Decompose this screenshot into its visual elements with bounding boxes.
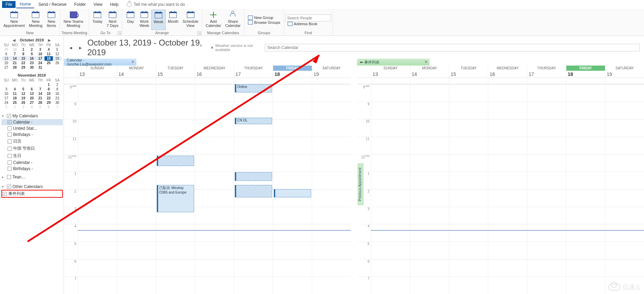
checkbox-icon[interactable]: [8, 154, 12, 158]
prev-month-icon[interactable]: ◀: [11, 38, 17, 42]
mini-cal-day[interactable]: 5: [36, 105, 45, 109]
mini-cal-day[interactable]: 21: [11, 61, 19, 65]
calendar-tree-item[interactable]: 生日: [1, 152, 63, 159]
mini-cal-day[interactable]: [53, 65, 61, 70]
mini-cal-day[interactable]: 27: [28, 100, 36, 105]
allday-cell[interactable]: [195, 78, 234, 84]
mini-cal-day[interactable]: 1: [2, 105, 11, 109]
mini-cal-day[interactable]: 7: [11, 52, 19, 56]
grid-column[interactable]: [195, 84, 234, 294]
calendar-event[interactable]: 已取消: Mindray O365 and Europe: [157, 185, 194, 212]
calendar-tree-item[interactable]: Calendar -: [1, 119, 63, 125]
day-column-header[interactable]: SUNDAY13: [371, 66, 410, 78]
checkbox-icon[interactable]: [7, 114, 11, 118]
checkbox-icon[interactable]: [8, 160, 12, 165]
checkbox-icon[interactable]: [8, 126, 12, 130]
tab-calendar-left[interactable]: Calendar - Junzhe.Liu@avepoint.com✕: [64, 59, 136, 66]
allday-cell[interactable]: [449, 78, 488, 84]
day-column-header[interactable]: TUESDAY15: [156, 66, 195, 78]
grid-column[interactable]: OnlineCN DL: [234, 84, 273, 294]
day-column-header[interactable]: THURSDAY17: [234, 66, 273, 78]
mini-cal-day[interactable]: 16: [53, 91, 61, 96]
allday-cell[interactable]: [488, 78, 527, 84]
mini-cal-day[interactable]: 16: [28, 56, 36, 61]
mini-cal-day[interactable]: 6: [28, 87, 36, 91]
day-column-header[interactable]: SUNDAY13: [78, 66, 117, 78]
allday-cell[interactable]: [234, 78, 273, 84]
menu-help[interactable]: Help: [107, 1, 122, 8]
grid-column[interactable]: 已取消: Mindray O365 and Europe: [156, 84, 195, 294]
allday-cell[interactable]: [566, 78, 605, 84]
allday-cell[interactable]: [371, 78, 410, 84]
schedule-view-button[interactable]: Schedule View: [181, 10, 201, 30]
mini-cal-day[interactable]: 4: [45, 47, 53, 52]
mini-cal-day[interactable]: 14: [11, 56, 19, 61]
mini-cal-day[interactable]: [19, 82, 28, 87]
new-group-button[interactable]: New Group: [246, 15, 282, 20]
calendar-tree-item[interactable]: 中国 节假日: [1, 145, 63, 152]
next-7-days-button[interactable]: Next 7 Days: [105, 10, 121, 30]
month-view-button[interactable]: Month: [166, 10, 181, 30]
mini-cal-day[interactable]: 28: [36, 100, 45, 105]
mini-cal-day[interactable]: 24: [2, 100, 11, 105]
grid-column[interactable]: [371, 84, 410, 294]
calendar-event[interactable]: [235, 185, 272, 197]
allday-cell[interactable]: [312, 78, 351, 84]
mini-cal-day[interactable]: 18: [45, 56, 53, 61]
mini-cal-day[interactable]: 3: [19, 105, 28, 109]
today-button[interactable]: Today: [90, 10, 105, 30]
calendar-event[interactable]: [235, 172, 272, 180]
mini-cal-day[interactable]: 17: [2, 96, 11, 100]
mini-cal-day[interactable]: 14: [36, 91, 45, 96]
mini-cal-day[interactable]: 29: [45, 100, 53, 105]
day-column-header[interactable]: WEDNESDAY16: [195, 66, 234, 78]
mini-cal-day[interactable]: 7: [36, 87, 45, 91]
calendar-event[interactable]: CN DL: [235, 118, 272, 124]
mini-cal-day[interactable]: 11: [11, 91, 19, 96]
search-calendar-input[interactable]: [265, 44, 640, 51]
mini-cal-day[interactable]: 28: [11, 65, 19, 70]
mini-cal-day[interactable]: 29: [19, 65, 28, 70]
mini-cal-day[interactable]: 3: [2, 87, 11, 91]
mini-cal-day[interactable]: 9: [53, 87, 61, 91]
grid-column[interactable]: [78, 84, 117, 294]
browse-groups-button[interactable]: Browse Groups: [246, 20, 282, 25]
close-icon[interactable]: ✕: [424, 60, 427, 64]
mini-cal-day[interactable]: 9: [28, 52, 36, 56]
allday-cell[interactable]: [156, 78, 195, 84]
mini-cal-day[interactable]: 8: [19, 52, 28, 56]
new-appointment-button[interactable]: New Appointment: [1, 10, 27, 30]
other-calendars-node[interactable]: ▾Other Calendars: [1, 184, 63, 190]
mini-cal-day[interactable]: 2: [28, 47, 36, 52]
mini-cal-day[interactable]: 21: [36, 96, 45, 100]
day-column-header[interactable]: MONDAY14: [410, 66, 449, 78]
calendar-event[interactable]: [274, 189, 311, 197]
mini-cal-day[interactable]: 19: [19, 96, 28, 100]
menu-home[interactable]: Home: [16, 1, 34, 8]
mini-cal-day[interactable]: 17: [36, 56, 45, 61]
mini-cal-day[interactable]: 22: [19, 61, 28, 65]
mini-cal-day[interactable]: 5: [19, 87, 28, 91]
add-calendar-button[interactable]: Add Calendar: [203, 10, 223, 30]
allday-cell[interactable]: [78, 78, 117, 84]
mini-cal-day[interactable]: 26: [19, 100, 28, 105]
next-week-icon[interactable]: ▶: [78, 45, 83, 50]
mini-cal-day[interactable]: 31: [36, 65, 45, 70]
mini-cal-day[interactable]: 2: [53, 82, 61, 87]
mini-cal-day[interactable]: 24: [36, 61, 45, 65]
grid-column[interactable]: [117, 84, 156, 294]
menu-view[interactable]: View: [90, 1, 106, 8]
day-column-header[interactable]: FRIDAY18: [566, 66, 605, 78]
mini-cal-day[interactable]: 25: [11, 100, 19, 105]
mini-cal-day[interactable]: 7: [53, 105, 61, 109]
calendar-tree-item[interactable]: 日历: [1, 138, 63, 145]
calendar-tree-item[interactable]: Calendar -: [1, 159, 63, 166]
grid-column[interactable]: [488, 84, 527, 294]
back-arrow-icon[interactable]: ⬅: [360, 60, 363, 65]
menu-folder[interactable]: Folder: [71, 1, 89, 8]
mini-cal-day[interactable]: 22: [45, 96, 53, 100]
arrange-expand-icon[interactable]: ↘: [198, 31, 201, 35]
calendar-tree-item[interactable]: Birthdays -: [1, 166, 63, 172]
mini-cal-day[interactable]: 23: [53, 96, 61, 100]
week-view-button[interactable]: Week: [151, 10, 166, 30]
